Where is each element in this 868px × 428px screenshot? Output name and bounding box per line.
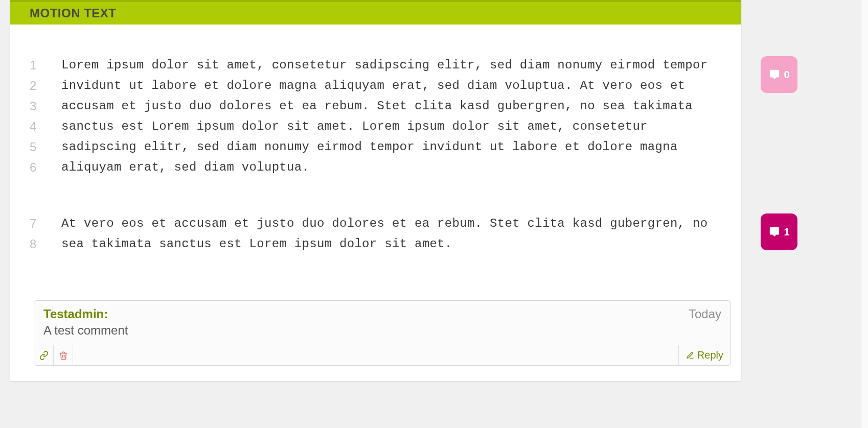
comment-header: Testadmin: Today: [34, 301, 730, 323]
paragraph-text[interactable]: Lorem ipsum dolor sit amet, consetetur s…: [51, 55, 721, 178]
permalink-button[interactable]: [34, 345, 54, 365]
motion-text-panel: MOTION TEXT 123456 Lorem ipsum dolor sit…: [10, 0, 741, 381]
reply-label: Reply: [697, 349, 723, 361]
trash-icon: [59, 351, 68, 360]
comment-count: 1: [784, 226, 789, 238]
paragraph: 78 At vero eos et accusam et justo duo d…: [20, 213, 721, 254]
line-number-gutter: 78: [20, 213, 51, 254]
pencil-icon: [686, 351, 694, 360]
comment-body: A test comment: [34, 323, 730, 345]
motion-text-body: 123456 Lorem ipsum dolor sit amet, conse…: [10, 25, 741, 300]
delete-button[interactable]: [54, 345, 73, 365]
section-header: MOTION TEXT: [10, 0, 741, 25]
comment-badge-paragraph-2[interactable]: 1: [761, 213, 797, 250]
section-title: MOTION TEXT: [30, 6, 117, 20]
comment-actions: Reply: [34, 345, 730, 365]
comment-icon: [768, 226, 781, 237]
line-number-gutter: 123456: [20, 55, 51, 178]
comment-author: Testadmin:: [43, 307, 108, 321]
comment-count: 0: [784, 69, 789, 81]
paragraph-text[interactable]: At vero eos et accusam et justo duo dolo…: [51, 213, 721, 254]
scrollbar[interactable]: [861, 0, 868, 428]
link-icon: [39, 351, 49, 360]
comment-date: Today: [689, 307, 721, 321]
comment-box: Testadmin: Today A test comment Reply: [34, 300, 731, 366]
paragraph: 123456 Lorem ipsum dolor sit amet, conse…: [20, 55, 721, 178]
comment-icon: [768, 69, 781, 80]
reply-button[interactable]: Reply: [678, 345, 730, 365]
comment-badge-paragraph-1[interactable]: 0: [761, 56, 797, 93]
